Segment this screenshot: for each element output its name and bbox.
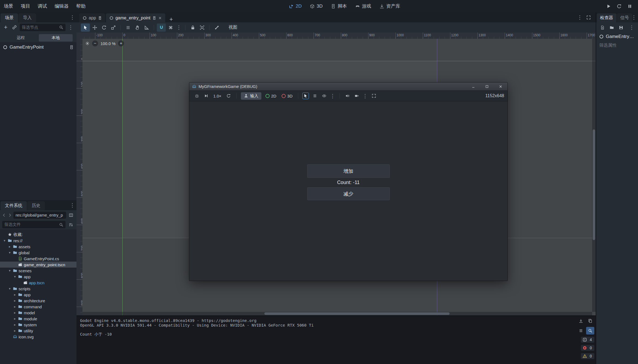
new-scene-tab-button[interactable]: + — [168, 16, 175, 22]
suspend-button[interactable] — [193, 92, 201, 100]
chevron-right-icon[interactable]: ▸ — [13, 299, 17, 303]
current-path[interactable]: res://global/game_entry_p — [13, 212, 66, 219]
split-view-button[interactable] — [67, 211, 75, 219]
game-window-titlebar[interactable]: MyGFrameworkGame (DEBUG) — [189, 82, 507, 91]
selection-options-icon[interactable]: ⋮ — [329, 93, 336, 99]
pan-tool-button[interactable] — [133, 23, 142, 32]
group-object-button[interactable] — [197, 23, 206, 32]
attached-script-icon[interactable] — [69, 45, 74, 49]
increase-button[interactable]: 增加 — [307, 164, 390, 178]
workspace-tab-game[interactable]: 游戏 — [352, 2, 374, 10]
scene-tabs-menu-icon[interactable]: ⋮ — [576, 15, 583, 20]
tab-signals[interactable]: 信号 — [617, 13, 632, 22]
workspace-tab-assetlib[interactable]: 资产库 — [377, 2, 403, 10]
file-tree-item-app[interactable]: ▾app — [0, 274, 76, 280]
chevron-right-icon[interactable]: ▸ — [13, 323, 17, 327]
mute-audio-button[interactable] — [343, 92, 352, 100]
dock-menu-icon[interactable]: ⋮ — [630, 15, 637, 20]
tab-import[interactable]: 导入 — [19, 13, 36, 22]
file-tree-item-gameentrypoint.cs[interactable]: GameEntryPoint.cs — [0, 256, 76, 262]
remote-button[interactable]: 远程 — [4, 34, 38, 42]
file-tree-item-global[interactable]: ▾global — [0, 250, 76, 256]
tab-scene[interactable]: 场景 — [1, 13, 18, 22]
selection-list-button[interactable] — [311, 92, 319, 100]
filter-properties-input[interactable]: 筛选属性 — [596, 41, 638, 50]
mode-2d-toggle[interactable]: 2D — [263, 93, 279, 99]
ruler-horizontal[interactable]: -100010020030040050060070080090010001100… — [82, 32, 596, 39]
file-tree-item-app[interactable]: ▸app — [0, 292, 76, 298]
copy-log-button[interactable] — [586, 317, 594, 325]
ruler-vertical[interactable]: 0100200300400500600700800900 — [76, 39, 83, 315]
scene-tab-app[interactable]: app — [79, 13, 105, 22]
speed-label[interactable]: 1.0× — [211, 94, 224, 98]
chevron-right-icon[interactable]: ▸ — [13, 311, 17, 315]
embed-fullscreen-button[interactable] — [370, 92, 378, 100]
pause-button[interactable] — [625, 2, 634, 10]
menu-debug[interactable]: 调试 — [34, 0, 51, 12]
file-tree-item-assets[interactable]: ▸assets — [0, 244, 76, 250]
menu-scene[interactable]: 场景 — [0, 0, 17, 12]
close-tab-icon[interactable] — [158, 16, 162, 20]
smart-snap-toggle[interactable] — [157, 23, 166, 32]
file-tree-item-model[interactable]: ▸model — [0, 310, 76, 316]
chevron-right-icon[interactable]: ▸ — [13, 293, 17, 297]
grid-snap-toggle[interactable] — [166, 23, 175, 32]
inspector-menu-icon[interactable]: ⋮ — [628, 25, 635, 30]
zoom-out-button[interactable]: − — [92, 40, 98, 46]
workspace-tab-3d[interactable]: 3D — [307, 2, 325, 10]
file-tree-item-game-entry-point.tscn[interactable]: game_entry_point.tscn — [0, 262, 76, 268]
chevron-down-icon[interactable]: ▾ — [8, 251, 11, 254]
ruler-tool-button[interactable] — [142, 23, 151, 32]
list-select-tool-button[interactable] — [123, 23, 132, 32]
file-tree-item-scripts[interactable]: ▾scripts — [0, 286, 76, 292]
file-tree-item-icon.svg[interactable]: icon.svg — [0, 334, 76, 340]
output-log[interactable]: Godot Engine v4.6.stable.mono.official.8… — [76, 316, 541, 364]
file-tree-item-res---[interactable]: ▾res:// — [0, 238, 76, 244]
tab-inspector[interactable]: 检查器 — [597, 13, 616, 22]
forward-icon[interactable] — [8, 213, 12, 217]
restart-button[interactable] — [615, 2, 624, 10]
new-resource-button[interactable] — [599, 23, 606, 32]
vscroll-thumb[interactable] — [593, 129, 595, 240]
warnings-badge[interactable]: 0 — [581, 353, 594, 359]
window-maximize-button[interactable] — [481, 82, 493, 90]
next-frame-button[interactable] — [202, 92, 210, 100]
collapse-duplicates-button[interactable] — [577, 327, 585, 335]
workspace-tab-script[interactable]: 脚本 — [328, 2, 350, 10]
camera-options-icon[interactable]: ⋮ — [362, 93, 369, 99]
expand-viewport-button[interactable] — [584, 13, 593, 22]
add-node-button[interactable]: + — [2, 24, 9, 30]
pick-node-tool[interactable] — [302, 93, 309, 99]
restart-game-button[interactable] — [225, 92, 233, 100]
zoom-level[interactable]: 100.0 % — [101, 41, 116, 46]
lock-object-button[interactable] — [188, 23, 197, 32]
file-tree-item-system[interactable]: ▸system — [0, 322, 76, 328]
instantiate-scene-button[interactable] — [11, 23, 18, 31]
chevron-right-icon[interactable]: ▸ — [13, 329, 17, 333]
scene-tab-game-entry-point[interactable]: game_entry_point — [106, 13, 165, 22]
chevron-down-icon[interactable]: ▾ — [3, 239, 6, 242]
errors-badge[interactable]: 0 — [581, 345, 594, 351]
scene-tree-menu-icon[interactable]: ⋮ — [67, 25, 74, 30]
filter-files-input[interactable]: 筛选文件 — [2, 221, 66, 228]
select-tool-button[interactable] — [81, 23, 90, 32]
hscroll-thumb[interactable] — [264, 312, 450, 315]
menu-project[interactable]: 项目 — [17, 0, 34, 12]
scale-tool-button[interactable] — [109, 23, 118, 32]
window-close-button[interactable] — [495, 82, 506, 90]
view-menu[interactable]: 视图 — [226, 23, 240, 31]
camera-override-button[interactable] — [352, 92, 361, 100]
save-resource-button[interactable] — [618, 23, 625, 32]
local-button[interactable]: 本地 — [39, 34, 73, 42]
chevron-right-icon[interactable]: ▸ — [13, 305, 17, 309]
load-resource-button[interactable] — [608, 23, 615, 32]
dock-menu-icon[interactable]: ⋮ — [69, 15, 76, 20]
file-tree-item-architecture[interactable]: ▸architecture — [0, 298, 76, 304]
messages-badge[interactable]: 4 — [581, 337, 594, 343]
file-tree-item-app.tscn[interactable]: app.tscn — [0, 280, 76, 286]
play-button[interactable] — [604, 2, 613, 10]
selection-visible-button[interactable] — [320, 92, 328, 100]
dock-menu-icon[interactable]: ⋮ — [69, 203, 76, 208]
workspace-tab-2d[interactable]: 2D — [286, 2, 305, 10]
chevron-right-icon[interactable]: ▸ — [13, 317, 17, 321]
